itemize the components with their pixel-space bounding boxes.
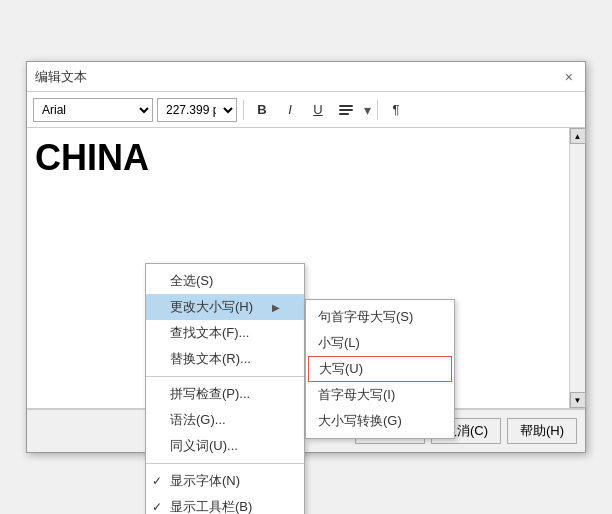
align-line-2 [339, 109, 353, 111]
submenu-item-toggle-case[interactable]: 大小写转换(G) [306, 408, 454, 434]
menu-item-label-change-case: 更改大小写(H) [170, 298, 253, 316]
close-button[interactable]: × [561, 69, 577, 85]
menu-item-show-toolbar[interactable]: ✓ 显示工具栏(B) [146, 494, 304, 514]
menu-item-show-font[interactable]: ✓ 显示字体(N) [146, 468, 304, 494]
italic-button[interactable]: I [278, 98, 302, 122]
text-area[interactable]: CHINA 全选(S) 更改大小写(H) ▶ 查找文本(F)... [27, 128, 585, 408]
menu-separator-1 [146, 376, 304, 377]
menu-item-find-text[interactable]: 查找文本(F)... [146, 320, 304, 346]
text-area-wrapper: CHINA 全选(S) 更改大小写(H) ▶ 查找文本(F)... [27, 128, 585, 409]
pilcrow-button[interactable]: ¶ [384, 98, 408, 122]
submenu-item-title-case[interactable]: 首字母大写(I) [306, 382, 454, 408]
menu-item-label-select-all: 全选(S) [170, 272, 213, 290]
checkmark-show-toolbar: ✓ [152, 500, 162, 514]
menu-item-select-all[interactable]: 全选(S) [146, 268, 304, 294]
toolbar-separator-1 [243, 100, 244, 120]
font-size-select[interactable]: 227.399 pt [157, 98, 237, 122]
arrow-icon-change-case: ▶ [272, 302, 280, 313]
submenu-label-title-case: 首字母大写(I) [318, 387, 395, 402]
menu-item-label-show-toolbar: 显示工具栏(B) [170, 498, 252, 514]
dialog: 编辑文本 × Arial 227.399 pt B I U ▾ ¶ CHINA [26, 61, 586, 453]
menu-separator-2 [146, 463, 304, 464]
submenu-label-uppercase: 大写(U) [319, 361, 363, 376]
help-button[interactable]: 帮助(H) [507, 418, 577, 444]
submenu-item-lowercase[interactable]: 小写(L) [306, 330, 454, 356]
dialog-title: 编辑文本 [35, 68, 87, 86]
menu-item-replace-text[interactable]: 替换文本(R)... [146, 346, 304, 372]
menu-item-synonym[interactable]: 同义词(U)... [146, 433, 304, 459]
underline-button[interactable]: U [306, 98, 330, 122]
menu-item-label-grammar: 语法(G)... [170, 411, 226, 429]
toolbar: Arial 227.399 pt B I U ▾ ¶ [27, 92, 585, 128]
checkmark-show-font: ✓ [152, 474, 162, 488]
font-name-select[interactable]: Arial [33, 98, 153, 122]
menu-item-label-show-font: 显示字体(N) [170, 472, 240, 490]
scrollbar-arrow-down[interactable]: ▼ [570, 392, 586, 408]
submenu: 句首字母大写(S) 小写(L) 大写(U) 首字母大写(I) [305, 299, 455, 439]
title-bar: 编辑文本 × [27, 62, 585, 92]
scrollbar-right[interactable]: ▲ ▼ [569, 128, 585, 408]
submenu-label-toggle-case: 大小写转换(G) [318, 413, 402, 428]
dropdown-arrow-align: ▾ [364, 102, 371, 118]
menu-item-change-case[interactable]: 更改大小写(H) ▶ [146, 294, 304, 320]
submenu-label-lowercase: 小写(L) [318, 335, 360, 350]
submenu-label-sentence-case: 句首字母大写(S) [318, 309, 413, 324]
scrollbar-arrow-up[interactable]: ▲ [570, 128, 586, 144]
menu-item-grammar[interactable]: 语法(G)... [146, 407, 304, 433]
context-menu: 全选(S) 更改大小写(H) ▶ 查找文本(F)... 替换文本(R)... [145, 263, 305, 514]
align-icon [339, 105, 353, 115]
text-content: CHINA [35, 136, 577, 179]
menu-item-label-replace-text: 替换文本(R)... [170, 350, 251, 368]
submenu-wrapper: 句首字母大写(S) 小写(L) 大写(U) 首字母大写(I) [305, 299, 455, 439]
align-line-3 [339, 113, 349, 115]
menu-item-label-spell-check: 拼写检查(P)... [170, 385, 250, 403]
context-menu-wrapper: 全选(S) 更改大小写(H) ▶ 查找文本(F)... 替换文本(R)... [145, 263, 305, 514]
submenu-item-sentence-case[interactable]: 句首字母大写(S) [306, 304, 454, 330]
align-line-1 [339, 105, 353, 107]
menu-item-label-find-text: 查找文本(F)... [170, 324, 249, 342]
align-button[interactable] [334, 98, 358, 122]
menu-item-label-synonym: 同义词(U)... [170, 437, 238, 455]
menu-item-spell-check[interactable]: 拼写检查(P)... [146, 381, 304, 407]
submenu-item-uppercase[interactable]: 大写(U) [308, 356, 452, 382]
toolbar-separator-2 [377, 100, 378, 120]
bold-button[interactable]: B [250, 98, 274, 122]
